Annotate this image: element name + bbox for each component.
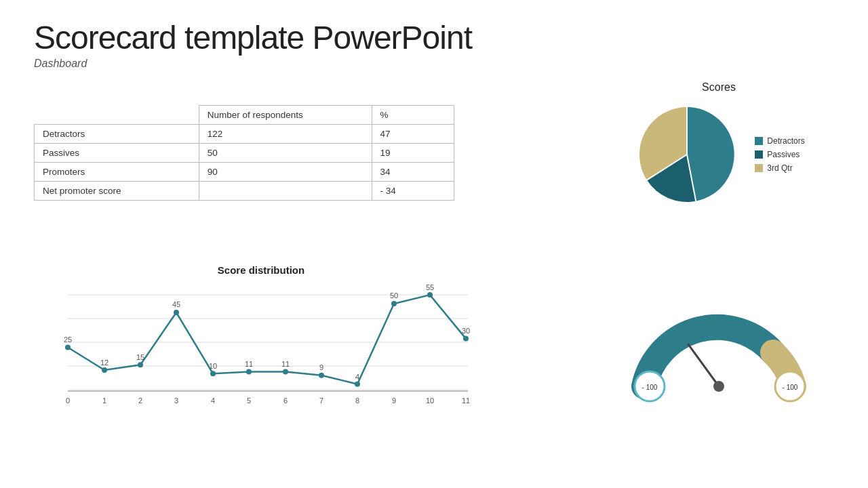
table-cell-percent: - 34 — [372, 182, 454, 201]
table-cell-label: Passives — [35, 144, 199, 163]
svg-text:10: 10 — [209, 362, 217, 370]
svg-point-12 — [283, 369, 288, 375]
svg-point-14 — [355, 382, 360, 387]
svg-text:10: 10 — [426, 396, 434, 405]
svg-text:15: 15 — [136, 353, 144, 361]
svg-text:0: 0 — [66, 396, 70, 405]
table-cell-label: Net promoter score — [35, 182, 199, 201]
chart-title: Score distribution — [34, 264, 488, 276]
col-header-percent: % — [372, 106, 454, 125]
gauge-svg: - 100 - 100 — [617, 291, 821, 407]
table-row: Passives5019 — [35, 144, 454, 163]
svg-text:2: 2 — [138, 396, 142, 405]
svg-text:8: 8 — [355, 396, 359, 405]
svg-text:45: 45 — [172, 300, 180, 308]
pie-chart-svg — [633, 100, 741, 209]
svg-text:9: 9 — [319, 363, 323, 371]
svg-text:1: 1 — [102, 396, 106, 405]
svg-point-17 — [463, 336, 469, 342]
svg-point-13 — [319, 373, 324, 378]
pie-section: Scores — [590, 81, 848, 209]
legend-passives-label: Passives — [767, 150, 800, 159]
table-row: Detractors12247 — [35, 125, 454, 144]
table-cell-percent: 34 — [372, 163, 454, 182]
line-chart-svg: 25 12 15 45 10 11 11 9 4 50 55 30 0 1 2 … — [34, 281, 481, 417]
svg-point-10 — [210, 371, 216, 376]
page-subtitle: Dashboard — [34, 58, 834, 70]
page-title: Scorecard template PowerPoint — [34, 20, 834, 56]
svg-text:11: 11 — [281, 360, 290, 368]
svg-text:11: 11 — [245, 360, 253, 368]
svg-line-45 — [688, 344, 719, 386]
line-chart: 25 12 15 45 10 11 11 9 4 50 55 30 0 1 2 … — [34, 281, 481, 417]
svg-text:4: 4 — [355, 373, 359, 381]
svg-point-8 — [138, 362, 143, 367]
svg-point-15 — [391, 301, 397, 306]
table-row: Net promoter score- 34 — [35, 182, 454, 201]
legend-passives: Passives — [755, 150, 804, 159]
svg-text:30: 30 — [462, 327, 470, 335]
svg-text:12: 12 — [100, 359, 108, 367]
svg-text:- 100: - 100 — [642, 384, 658, 391]
legend-3rdqtr: 3rd Qtr — [755, 163, 804, 173]
table-cell-percent: 19 — [372, 144, 454, 163]
svg-text:3: 3 — [174, 396, 178, 405]
legend-3rdqtr-label: 3rd Qtr — [767, 163, 792, 173]
table-cell-respondents: 50 — [199, 144, 372, 163]
scorecard-table: Number of respondents % Detractors12247P… — [34, 105, 454, 201]
svg-point-6 — [65, 345, 71, 350]
table-cell-respondents — [199, 182, 372, 201]
svg-text:50: 50 — [390, 291, 398, 300]
svg-text:4: 4 — [211, 396, 215, 405]
svg-point-16 — [427, 292, 433, 298]
legend-detractors: Detractors — [755, 136, 804, 146]
svg-point-46 — [713, 381, 724, 392]
col-header-respondents: Number of respondents — [199, 106, 372, 125]
svg-text:5: 5 — [247, 396, 251, 405]
table-cell-label: Detractors — [35, 125, 199, 144]
table-cell-respondents: 122 — [199, 125, 372, 144]
pie-legend: Detractors Passives 3rd Qtr — [755, 136, 804, 173]
svg-text:6: 6 — [283, 396, 288, 405]
svg-point-7 — [102, 367, 107, 373]
table-row: Promoters9034 — [35, 163, 454, 182]
legend-detractors-label: Detractors — [767, 136, 804, 146]
table-cell-percent: 47 — [372, 125, 454, 144]
svg-text:55: 55 — [426, 283, 434, 291]
gauge-section: - 100 - 100 — [590, 291, 848, 409]
pie-title: Scores — [590, 81, 848, 94]
svg-text:7: 7 — [319, 396, 323, 405]
right-section: Scores — [590, 81, 848, 222]
svg-text:- 100: - 100 — [783, 384, 798, 391]
svg-point-9 — [174, 310, 179, 315]
svg-text:9: 9 — [392, 396, 396, 405]
table-cell-label: Promoters — [35, 163, 199, 182]
svg-text:25: 25 — [64, 336, 72, 344]
svg-point-11 — [246, 369, 252, 375]
table-cell-respondents: 90 — [199, 163, 372, 182]
svg-text:11: 11 — [462, 396, 470, 405]
